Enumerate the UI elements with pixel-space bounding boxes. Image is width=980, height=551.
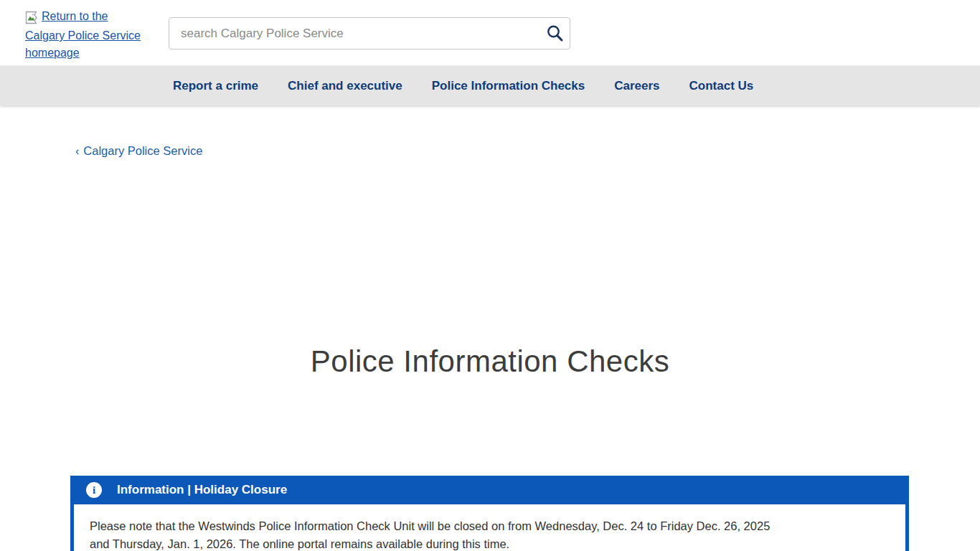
- site-search: [169, 17, 570, 50]
- info-icon: i: [86, 482, 102, 498]
- page: Return to the Calgary Police Service hom…: [0, 0, 980, 551]
- nav-item-chief-and-executive[interactable]: Chief and executive: [288, 79, 402, 93]
- homepage-link-label: Return to the Calgary Police Service hom…: [25, 10, 141, 59]
- nav-item-police-info-checks[interactable]: Police Information Checks: [432, 79, 585, 93]
- search-icon: [545, 24, 565, 43]
- main-nav: Report a crime Chief and executive Polic…: [0, 65, 980, 105]
- alert-header: i Information | Holiday Closure: [70, 476, 909, 504]
- search-input[interactable]: [169, 18, 540, 49]
- breadcrumb-link[interactable]: ‹Calgary Police Service: [75, 144, 202, 158]
- site-header: Return to the Calgary Police Service hom…: [0, 0, 980, 65]
- broken-image-icon: [25, 12, 40, 24]
- alert-body: Please note that the Westwinds Police In…: [70, 504, 909, 551]
- breadcrumb-label: Calgary Police Service: [83, 144, 202, 157]
- alert-title: Information | Holiday Closure: [117, 483, 287, 497]
- page-title: Police Information Checks: [0, 344, 980, 379]
- nav-item-contact-us[interactable]: Contact Us: [689, 79, 754, 93]
- chevron-left-icon: ‹: [75, 145, 79, 157]
- homepage-logo-link[interactable]: Return to the Calgary Police Service hom…: [25, 8, 149, 62]
- nav-item-careers[interactable]: Careers: [614, 79, 659, 93]
- search-button[interactable]: [540, 18, 570, 49]
- alert-text: Please note that the Westwinds Police In…: [90, 517, 782, 551]
- holiday-closure-alert: i Information | Holiday Closure Please n…: [70, 476, 909, 551]
- nav-item-report-a-crime[interactable]: Report a crime: [173, 79, 258, 93]
